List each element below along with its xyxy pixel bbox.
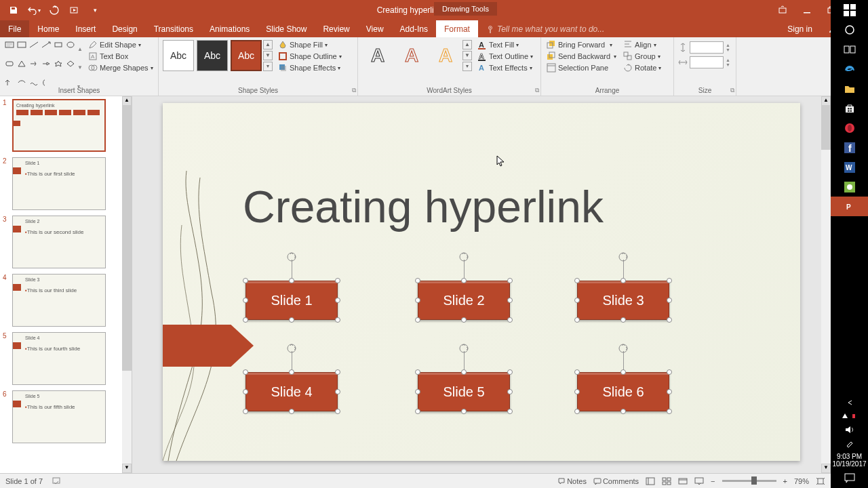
resize-handle[interactable]: [620, 278, 626, 283]
slide-thumbnail-5[interactable]: 5 Slide 4▪This is our fourth slide: [0, 329, 132, 388]
reading-view-icon[interactable]: [678, 477, 688, 485]
minimize-icon[interactable]: [795, 2, 819, 18]
resize-handle[interactable]: [243, 369, 248, 375]
selection-pane-button[interactable]: Selection Pane: [547, 63, 616, 73]
wordart-style-3[interactable]: A: [430, 40, 461, 71]
height-up[interactable]: ▲: [726, 43, 730, 47]
win-start-icon[interactable]: [836, 0, 863, 20]
shapes-gallery-down[interactable]: ▼: [77, 64, 85, 70]
bring-forward-button[interactable]: Bring Forward▾: [547, 40, 616, 49]
resize-handle[interactable]: [243, 409, 248, 414]
resize-handle[interactable]: [243, 298, 248, 303]
resize-handle[interactable]: [574, 409, 580, 414]
resize-handle[interactable]: [574, 389, 580, 394]
thumb-scroll-up[interactable]: ▲: [122, 96, 132, 106]
resize-handle[interactable]: [667, 409, 672, 414]
resize-handle[interactable]: [335, 298, 340, 303]
tab-animations[interactable]: Animations: [201, 20, 258, 37]
notes-button[interactable]: Notes: [557, 477, 587, 485]
height-down[interactable]: ▼: [726, 47, 730, 52]
text-outline-button[interactable]: AText Outline▾: [477, 52, 533, 61]
comments-button[interactable]: Comments: [593, 477, 639, 485]
zoom-slider[interactable]: [722, 480, 776, 482]
resize-handle[interactable]: [461, 369, 467, 375]
slide-thumbnail-3[interactable]: 3 Slide 2▪This is our second slide: [0, 213, 132, 271]
edit-shape-button[interactable]: Edit Shape▾: [88, 40, 153, 49]
shape-width-input[interactable]: [690, 56, 724, 68]
signin-link[interactable]: Sign in: [779, 20, 821, 37]
redo-icon[interactable]: [46, 2, 62, 18]
tab-transitions[interactable]: Transitions: [146, 20, 201, 37]
slideshow-view-icon[interactable]: [694, 477, 704, 485]
send-backward-button[interactable]: Send Backward▾: [547, 52, 616, 61]
fit-to-window-icon[interactable]: [816, 477, 825, 485]
resize-handle[interactable]: [667, 298, 672, 303]
resize-handle[interactable]: [335, 409, 340, 414]
resize-handle[interactable]: [461, 409, 467, 414]
resize-handle[interactable]: [507, 369, 513, 375]
zoom-out-button[interactable]: −: [711, 477, 715, 485]
resize-handle[interactable]: [415, 369, 420, 375]
win-edge-icon[interactable]: [836, 59, 863, 79]
resize-handle[interactable]: [335, 278, 340, 283]
resize-handle[interactable]: [620, 317, 626, 323]
shape-outline-button[interactable]: Shape Outline▾: [278, 52, 342, 61]
slide-button-5[interactable]: Slide 5: [418, 372, 510, 411]
slide-thumbnail-4[interactable]: 4 Slide 3▪This is our third slide: [0, 271, 132, 329]
shape-fill-button[interactable]: Shape Fill▾: [278, 40, 342, 49]
win-show-hidden-icon[interactable]: [836, 396, 863, 409]
ribbon-options-icon[interactable]: [770, 2, 795, 18]
wordart-styles-up[interactable]: ▲: [462, 40, 472, 49]
tab-home[interactable]: Home: [29, 20, 67, 37]
group-button[interactable]: Group▾: [623, 52, 661, 61]
spellcheck-icon[interactable]: [52, 476, 62, 487]
resize-handle[interactable]: [574, 369, 580, 375]
shape-styles-up[interactable]: ▲: [263, 40, 273, 49]
resize-handle[interactable]: [415, 278, 420, 283]
wordart-styles-more[interactable]: ▾: [462, 62, 472, 71]
resize-handle[interactable]: [289, 317, 294, 323]
slide-thumbnail-2[interactable]: 2 Slide 1▪This is our first slide: [0, 155, 132, 213]
resize-handle[interactable]: [461, 278, 467, 283]
tab-slideshow[interactable]: Slide Show: [258, 20, 315, 37]
qat-more-icon[interactable]: ▾: [87, 2, 103, 18]
start-from-beginning-icon[interactable]: [66, 2, 83, 18]
shape-style-2[interactable]: Abc: [197, 40, 228, 71]
wordart-styles-dialog-icon[interactable]: ⧉: [535, 87, 539, 94]
win-ink-icon[interactable]: [836, 436, 863, 450]
canvas-scroll-handle[interactable]: [821, 106, 831, 150]
shape-styles-down[interactable]: ▼: [263, 51, 273, 60]
tab-format[interactable]: Format: [436, 20, 478, 37]
rotate-button[interactable]: Rotate▾: [623, 63, 661, 73]
shapes-gallery-up[interactable]: ▲: [77, 46, 85, 52]
resize-handle[interactable]: [335, 369, 340, 375]
resize-handle[interactable]: [461, 317, 467, 323]
thumb-scrollbar[interactable]: ▲ ▼: [122, 96, 132, 473]
tab-view[interactable]: View: [358, 20, 392, 37]
resize-handle[interactable]: [574, 298, 580, 303]
undo-icon[interactable]: ▾: [26, 2, 42, 18]
width-down[interactable]: ▼: [726, 62, 730, 67]
zoom-in-button[interactable]: +: [783, 477, 787, 485]
resize-handle[interactable]: [507, 409, 513, 414]
rotate-handle-icon[interactable]: [618, 250, 629, 261]
slide-button-6[interactable]: Slide 6: [577, 372, 669, 411]
shape-style-3[interactable]: Abc: [231, 40, 262, 71]
resize-handle[interactable]: [507, 298, 513, 303]
tell-me-search[interactable]: Tell me what you want to do...: [478, 20, 612, 37]
resize-handle[interactable]: [415, 317, 420, 323]
shape-styles-more[interactable]: ▾: [263, 62, 273, 71]
tab-file[interactable]: File: [0, 20, 29, 37]
pentagon-accent-shape[interactable]: [163, 325, 254, 367]
rotate-handle-icon[interactable]: [458, 342, 469, 352]
win-app-icon[interactable]: [836, 177, 863, 197]
shape-effects-button[interactable]: Shape Effects▾: [278, 63, 342, 73]
slide-canvas-area[interactable]: Creating hyperlink Slide 1 Slide 2 Slide…: [132, 96, 831, 473]
win-opera-icon[interactable]: [836, 118, 863, 138]
win-store-icon[interactable]: [836, 98, 863, 118]
merge-shapes-button[interactable]: Merge Shapes▾: [88, 63, 153, 73]
resize-handle[interactable]: [507, 317, 513, 323]
resize-handle[interactable]: [335, 389, 340, 394]
normal-view-icon[interactable]: [646, 477, 655, 485]
save-icon[interactable]: [5, 2, 22, 18]
